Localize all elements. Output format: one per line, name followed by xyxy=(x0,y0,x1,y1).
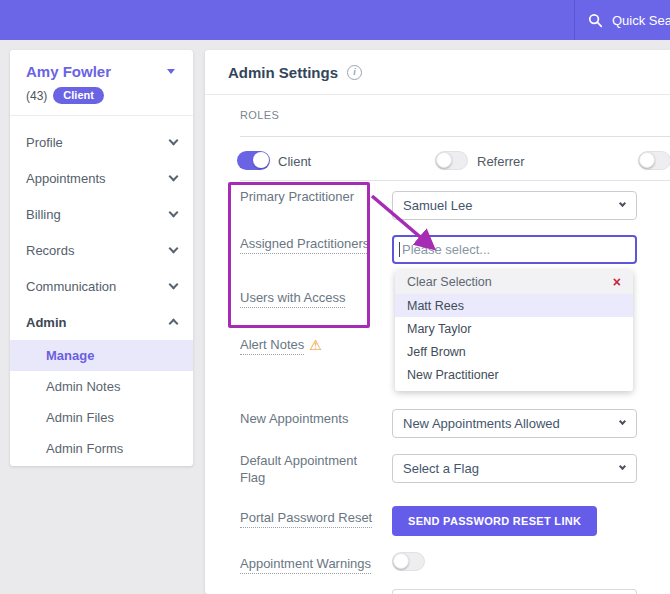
client-role-toggle[interactable] xyxy=(237,151,270,170)
roles-section-heading: ROLES xyxy=(240,109,279,121)
sidebar-item-profile[interactable]: Profile xyxy=(10,124,193,160)
chevron-down-icon xyxy=(619,463,626,470)
primary-practitioner-label: Primary Practitioner xyxy=(240,189,354,204)
users-with-access-label: Users with Access xyxy=(240,290,345,308)
toggle-knob xyxy=(253,152,269,168)
appointment-warnings-label: Appointment Warnings xyxy=(240,556,371,574)
caret-down-icon xyxy=(167,69,175,74)
default-appointment-flag-label: Default Appointment Flag xyxy=(240,452,365,486)
dropdown-option-label: Jeff Brown xyxy=(407,345,466,359)
topbar-divider xyxy=(574,0,575,40)
sidebar-item-label: Billing xyxy=(26,207,61,222)
page-title: Admin Settings xyxy=(228,64,338,81)
new-appointments-label: New Appointments xyxy=(240,411,348,426)
section-divider xyxy=(240,180,670,181)
client-age: (43) xyxy=(26,89,47,103)
client-toggle-label: Client xyxy=(278,154,311,169)
assigned-practitioners-input[interactable] xyxy=(392,235,637,264)
sidebar-item-admin[interactable]: Admin xyxy=(10,304,193,340)
clipped-field xyxy=(392,589,637,594)
sidebar-menu: Profile Appointments Billing Records Com… xyxy=(10,116,193,464)
alert-notes-label: Alert Notes⚠ xyxy=(240,337,322,353)
default-appointment-flag-select[interactable]: Select a Flag xyxy=(392,454,637,483)
panel-header: Admin Settings i xyxy=(205,50,670,95)
client-sidebar: Amy Fowler (43) Client Profile Appointme… xyxy=(10,50,193,466)
client-name-row[interactable]: Amy Fowler xyxy=(26,63,179,80)
admin-settings-panel: Admin Settings i ROLES Client Referrer P… xyxy=(205,50,670,594)
sidebar-item-label: Communication xyxy=(26,279,116,294)
dropdown-option-label: Mary Taylor xyxy=(407,322,471,336)
sidebar-subitem-label: Admin Forms xyxy=(46,441,123,456)
sidebar-item-label: Profile xyxy=(26,135,63,150)
page: Quick Search Amy Fowler (43) Client Prof… xyxy=(0,0,670,594)
sidebar-item-communication[interactable]: Communication xyxy=(10,268,193,304)
sidebar-subitem-admin-forms[interactable]: Admin Forms xyxy=(10,433,193,464)
quick-search[interactable]: Quick Search xyxy=(588,0,670,40)
dropdown-option-new-practitioner[interactable]: New Practitioner xyxy=(395,363,633,386)
dropdown-option-label: Matt Rees xyxy=(407,299,464,313)
chevron-down-icon xyxy=(169,208,179,218)
send-password-reset-button[interactable]: SEND PASSWORD RESET LINK xyxy=(392,506,597,536)
sidebar-item-records[interactable]: Records xyxy=(10,232,193,268)
new-appointments-select[interactable]: New Appointments Allowed xyxy=(392,409,637,438)
top-navigation-bar: Quick Search xyxy=(0,0,670,40)
sidebar-item-label: Appointments xyxy=(26,171,106,186)
sidebar-subitem-manage[interactable]: Manage xyxy=(10,340,193,371)
clear-selection-label: Clear Selection xyxy=(407,275,492,289)
sidebar-subitem-label: Manage xyxy=(46,348,94,363)
toggle-knob xyxy=(393,553,409,569)
dropdown-option-mary-taylor[interactable]: Mary Taylor xyxy=(395,317,633,340)
search-icon xyxy=(588,13,603,28)
chevron-down-icon xyxy=(169,136,179,146)
sidebar-subitem-label: Admin Notes xyxy=(46,379,120,394)
sidebar-subitem-admin-notes[interactable]: Admin Notes xyxy=(10,371,193,402)
close-icon[interactable]: × xyxy=(613,275,621,289)
sidebar-item-label: Records xyxy=(26,243,74,258)
practitioner-dropdown: Clear Selection × Matt Rees Mary Taylor … xyxy=(395,270,633,391)
text-cursor xyxy=(399,242,400,257)
default-flag-value: Select a Flag xyxy=(403,461,479,476)
primary-practitioner-value: Samuel Lee xyxy=(403,198,472,213)
referrer-role-toggle[interactable] xyxy=(435,151,468,170)
warning-icon: ⚠ xyxy=(309,337,322,353)
info-icon[interactable]: i xyxy=(347,65,362,80)
sidebar-subitem-label: Admin Files xyxy=(46,410,114,425)
clear-selection-row[interactable]: Clear Selection × xyxy=(395,270,633,294)
dropdown-option-matt-rees[interactable]: Matt Rees xyxy=(395,294,633,317)
dropdown-option-jeff-brown[interactable]: Jeff Brown xyxy=(395,340,633,363)
assigned-practitioners-label: Assigned Practitioners xyxy=(240,236,369,254)
toggle-knob xyxy=(639,152,655,168)
chevron-down-icon xyxy=(619,418,626,425)
chevron-down-icon xyxy=(169,280,179,290)
sidebar-item-appointments[interactable]: Appointments xyxy=(10,160,193,196)
new-appointments-value: New Appointments Allowed xyxy=(403,416,560,431)
alert-notes-text: Alert Notes xyxy=(240,337,304,355)
client-header: Amy Fowler (43) Client xyxy=(10,50,193,116)
appointment-warnings-toggle[interactable] xyxy=(392,552,425,571)
sidebar-item-billing[interactable]: Billing xyxy=(10,196,193,232)
dropdown-option-label: New Practitioner xyxy=(407,368,499,382)
chevron-down-icon xyxy=(169,172,179,182)
sidebar-item-label: Admin xyxy=(26,315,66,330)
portal-password-reset-label: Portal Password Reset xyxy=(240,510,372,528)
toggle-knob xyxy=(436,152,452,168)
quick-search-label: Quick Search xyxy=(612,13,670,28)
chevron-up-icon xyxy=(169,319,179,329)
chevron-down-icon xyxy=(619,200,626,207)
section-divider xyxy=(240,136,670,137)
client-name: Amy Fowler xyxy=(26,63,111,80)
client-badge: Client xyxy=(53,87,104,104)
primary-practitioner-select[interactable]: Samuel Lee xyxy=(392,191,637,220)
third-role-toggle[interactable] xyxy=(638,151,670,170)
sidebar-subitem-admin-files[interactable]: Admin Files xyxy=(10,402,193,433)
referrer-toggle-label: Referrer xyxy=(477,154,525,169)
chevron-down-icon xyxy=(169,244,179,254)
